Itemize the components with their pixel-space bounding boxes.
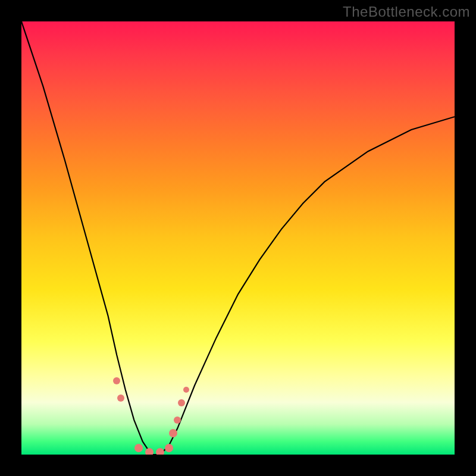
bead-marker	[174, 416, 181, 424]
bead-marker	[156, 448, 164, 455]
bead-marker	[169, 429, 177, 437]
plot-area	[21, 21, 455, 455]
bead-marker	[178, 399, 185, 406]
bead-marker	[145, 448, 154, 455]
bead-marker	[113, 377, 120, 384]
bead-marker	[165, 444, 173, 452]
chart-frame: TheBottleneck.com	[0, 0, 476, 476]
bead-marker	[183, 387, 189, 393]
bead-marker	[117, 394, 124, 402]
bead-markers	[21, 21, 455, 455]
bead-marker	[134, 444, 143, 452]
watermark-text: TheBottleneck.com	[343, 4, 470, 20]
